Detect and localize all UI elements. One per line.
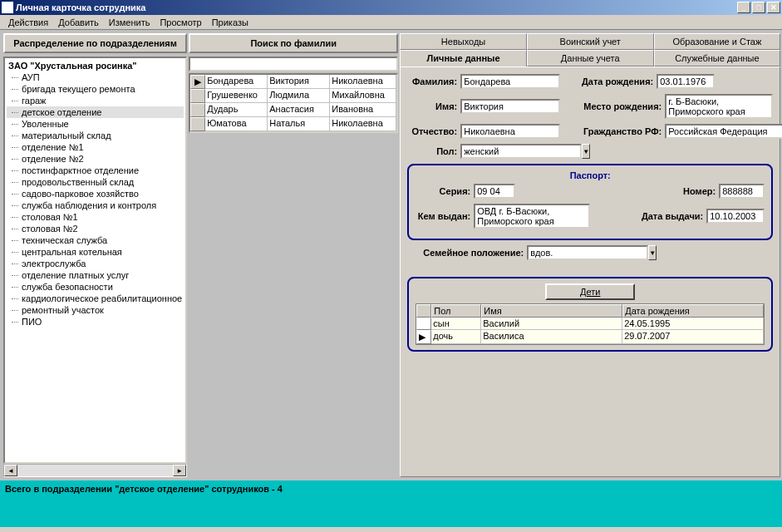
col-child-name: Имя xyxy=(481,304,622,318)
grid-cell: Людмила xyxy=(268,89,330,103)
tree-item[interactable]: отделение №1 xyxy=(7,141,184,153)
patronymic-field[interactable] xyxy=(460,124,560,139)
passport-issued-by-field[interactable]: ОВД г. Б-Васюки, Приморского края xyxy=(474,204,590,229)
label-series: Серия: xyxy=(416,186,470,196)
pob-field[interactable]: г. Б-Васюки, Приморского края xyxy=(665,94,773,119)
table-row[interactable]: ДударьАнастасияИвановна xyxy=(190,103,396,117)
row-header[interactable]: ▶ xyxy=(190,75,205,89)
tree-item[interactable]: садово-парковое хозяйство xyxy=(7,188,184,200)
tree-item[interactable]: отделение №2 xyxy=(7,153,184,165)
table-row[interactable]: сынВасилий24.05.1995 xyxy=(416,318,764,330)
search-input[interactable] xyxy=(189,57,398,71)
grid-cell: Василий xyxy=(481,318,622,330)
children-grid[interactable]: Пол Имя Дата рождения сынВасилий24.05.19… xyxy=(416,303,765,345)
tree-item[interactable]: центральная котельная xyxy=(7,246,184,258)
tree-item[interactable]: служба безопасности xyxy=(7,281,184,293)
label-pob: Место рождения: xyxy=(570,101,662,111)
row-header[interactable]: ▶ xyxy=(416,330,431,344)
grid-cell: Виктория xyxy=(268,75,330,89)
grid-cell: Грушевенко xyxy=(205,89,268,103)
scroll-right-icon[interactable]: ► xyxy=(173,465,186,476)
minimize-button[interactable]: _ xyxy=(737,2,750,13)
label-dob: Дата рождения: xyxy=(570,76,653,86)
tab-account[interactable]: Данные учета xyxy=(527,50,654,66)
tree-item[interactable]: материальный склад xyxy=(7,130,184,141)
col-child-dob: Дата рождения xyxy=(622,304,764,318)
table-row[interactable]: ГрушевенкоЛюдмилаМихайловна xyxy=(190,89,396,103)
tree-item[interactable]: продовольственный склад xyxy=(7,176,184,188)
grid-cell: Юматова xyxy=(205,117,268,131)
tree-item[interactable]: бригада текущего ремонта xyxy=(7,83,184,95)
tree-item[interactable]: столовая №1 xyxy=(7,211,184,223)
children-button[interactable]: Дети xyxy=(545,283,635,300)
passport-series-field[interactable] xyxy=(474,184,515,199)
tab-service[interactable]: Служебные данные xyxy=(654,50,781,66)
passport-group: Паспорт: Серия: Номер: Кем выдан: ОВД г.… xyxy=(407,164,773,240)
tree-item[interactable]: ПИО xyxy=(7,316,184,328)
close-button[interactable]: ✕ xyxy=(767,2,780,13)
grid-cell: Наталья xyxy=(268,117,330,131)
chevron-down-icon[interactable]: ▼ xyxy=(648,245,657,260)
tree-item[interactable]: ремонтный участок xyxy=(7,304,184,316)
label-surname: Фамилия: xyxy=(407,76,457,86)
tab-personal[interactable]: Личные данные xyxy=(400,50,527,66)
row-header[interactable] xyxy=(190,89,205,103)
label-issued-by: Кем выдан: xyxy=(416,211,470,221)
chevron-down-icon[interactable]: ▼ xyxy=(582,144,590,159)
tab-military[interactable]: Воинский учет xyxy=(527,33,654,50)
menu-bar: Действия Добавить Изменить Просмотр Прик… xyxy=(0,15,782,30)
marital-field[interactable] xyxy=(527,245,648,260)
departments-tree[interactable]: ЗАО "Хрустальная росинка" АУПбригада тек… xyxy=(3,57,187,464)
dob-field[interactable] xyxy=(657,74,715,89)
tree-item[interactable]: служба наблюдения и контроля xyxy=(7,200,184,211)
menu-orders[interactable]: Приказы xyxy=(207,17,253,28)
tree-item[interactable]: детское отделение xyxy=(7,106,184,118)
surname-field[interactable] xyxy=(460,74,560,89)
label-name: Имя: xyxy=(407,101,457,111)
menu-actions[interactable]: Действия xyxy=(3,17,53,28)
grid-cell: Бондарева xyxy=(205,75,268,89)
title-bar: Личная карточка сотрудника _ □ ✕ xyxy=(0,0,782,15)
table-row[interactable]: ▶БондареваВикторияНиколаевна xyxy=(190,75,396,89)
row-header[interactable] xyxy=(190,117,205,131)
tree-item[interactable]: Уволенные xyxy=(7,118,184,130)
tab-absences[interactable]: Невыходы xyxy=(400,33,527,50)
label-patronymic: Отчество: xyxy=(407,126,457,136)
tree-item[interactable]: столовая №2 xyxy=(7,223,184,234)
grid-cell: Василиса xyxy=(481,330,622,344)
menu-edit[interactable]: Изменить xyxy=(104,17,155,28)
tree-item[interactable]: отделение платных услуг xyxy=(7,269,184,281)
grid-cell: Анастасия xyxy=(268,103,330,117)
citizenship-field[interactable] xyxy=(665,124,782,139)
label-number: Номер: xyxy=(683,186,716,196)
grid-cell: 24.05.1995 xyxy=(622,318,764,330)
employee-grid[interactable]: ▶БондареваВикторияНиколаевнаГрушевенкоЛю… xyxy=(189,73,398,133)
row-header[interactable] xyxy=(416,318,431,330)
name-field[interactable] xyxy=(460,99,560,114)
tree-item[interactable]: кардиологическое реабилитационное xyxy=(7,293,184,304)
tree-item[interactable]: постинфарктное отделение xyxy=(7,165,184,176)
grid-cell: Николаевна xyxy=(330,75,396,89)
tree-item[interactable]: АУП xyxy=(7,71,184,83)
tree-item[interactable]: техническая служба xyxy=(7,234,184,246)
tree-item[interactable]: гараж xyxy=(7,95,184,106)
personal-data-panel: Фамилия: Дата рождения: Имя: Место рожде… xyxy=(400,66,780,477)
status-bar: Всего в подразделении "детское отделение… xyxy=(0,480,782,527)
departments-header: Распределение по подразделениям xyxy=(3,33,187,53)
sex-field[interactable] xyxy=(460,144,582,159)
passport-number-field[interactable] xyxy=(719,184,765,199)
passport-issue-date-field[interactable] xyxy=(706,209,765,224)
menu-add[interactable]: Добавить xyxy=(53,17,104,28)
tree-item[interactable]: электрослужба xyxy=(7,258,184,269)
scroll-left-icon[interactable]: ◄ xyxy=(4,465,17,476)
tab-education[interactable]: Образование и Стаж xyxy=(654,33,781,50)
tree-scrollbar[interactable]: ◄ ► xyxy=(3,464,187,477)
table-row[interactable]: ▶дочьВасилиса29.07.2007 xyxy=(416,330,764,344)
row-header[interactable] xyxy=(190,103,205,117)
maximize-button[interactable]: □ xyxy=(752,2,765,13)
menu-view[interactable]: Просмотр xyxy=(155,17,206,28)
children-group: Дети Пол Имя Дата рождения сынВасилий24.… xyxy=(407,277,773,352)
tree-root[interactable]: ЗАО "Хрустальная росинка" xyxy=(7,60,184,71)
grid-cell: Ивановна xyxy=(330,103,396,117)
table-row[interactable]: ЮматоваНатальяНиколаевна xyxy=(190,117,396,131)
